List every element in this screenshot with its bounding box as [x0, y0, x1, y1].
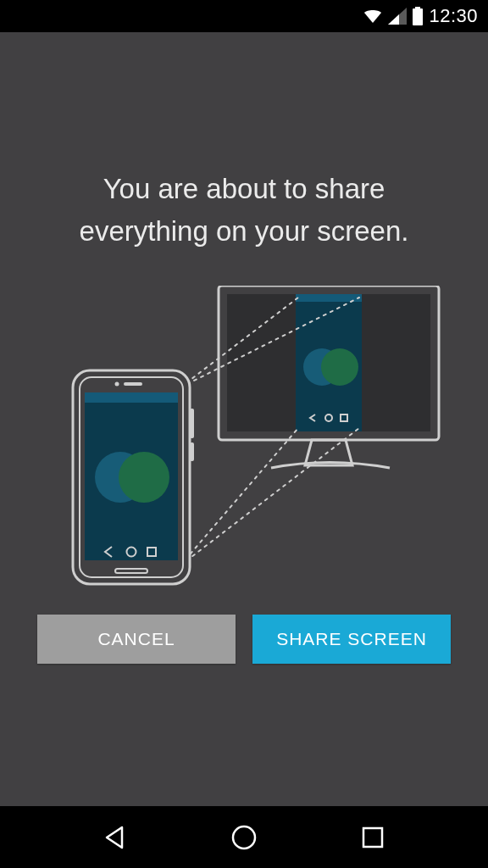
status-time: 12:30 — [429, 5, 478, 27]
svg-rect-1 — [413, 8, 423, 25]
svg-rect-21 — [85, 392, 178, 403]
svg-point-7 — [321, 348, 358, 386]
svg-rect-28 — [363, 828, 382, 847]
dialog-content: You are about to share everything on you… — [0, 32, 488, 806]
cellular-signal-icon — [388, 8, 407, 25]
svg-rect-17 — [190, 442, 194, 461]
illustration-container — [0, 286, 488, 806]
cancel-button[interactable]: CANCEL — [37, 615, 236, 664]
svg-line-12 — [180, 428, 298, 565]
recents-square-icon — [361, 826, 385, 849]
wifi-icon — [363, 8, 383, 25]
battery-icon — [412, 7, 424, 25]
svg-point-18 — [115, 382, 119, 387]
home-circle-icon — [230, 823, 258, 852]
svg-point-23 — [119, 452, 169, 503]
back-triangle-icon — [102, 824, 129, 851]
dialog-heading: You are about to share everything on you… — [0, 168, 488, 286]
back-button[interactable] — [77, 812, 153, 863]
screen-share-illustration-icon — [41, 286, 447, 608]
svg-rect-16 — [190, 409, 194, 438]
status-bar: 12:30 — [0, 0, 488, 32]
button-row: CANCEL SHARE SCREEN — [0, 615, 488, 684]
svg-point-27 — [233, 826, 255, 849]
share-screen-button[interactable]: SHARE SCREEN — [252, 615, 451, 664]
recents-button[interactable] — [335, 812, 411, 863]
svg-line-13 — [180, 428, 359, 565]
system-nav-bar — [0, 806, 488, 868]
svg-rect-0 — [415, 7, 420, 8]
svg-rect-19 — [124, 382, 142, 386]
home-button[interactable] — [206, 812, 282, 863]
